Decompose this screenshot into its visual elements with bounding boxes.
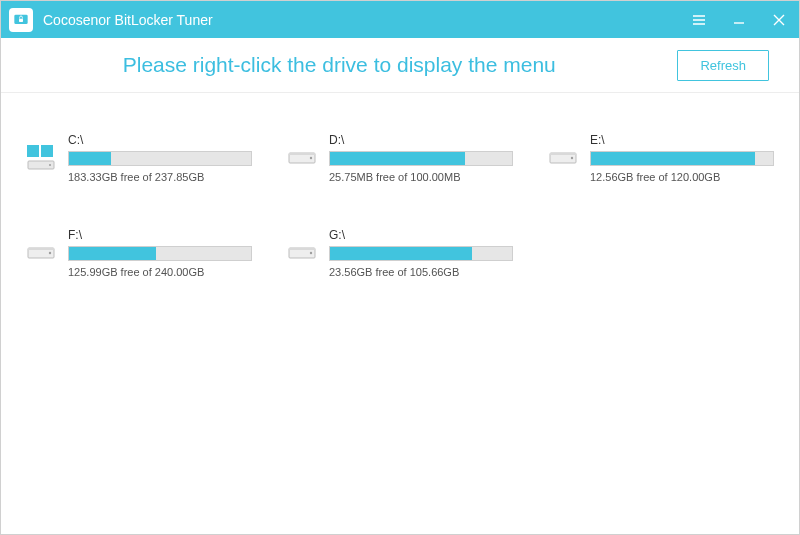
drive-label: C:\ <box>68 133 252 147</box>
svg-point-16 <box>571 157 573 159</box>
hdd-icon <box>26 243 58 263</box>
drive-label: E:\ <box>590 133 774 147</box>
svg-point-19 <box>49 252 51 254</box>
drive-label: G:\ <box>329 228 513 242</box>
usage-bar <box>68 151 252 166</box>
drive-item[interactable]: F:\125.99GB free of 240.00GB <box>26 228 252 278</box>
svg-rect-9 <box>34 151 39 156</box>
drive-item[interactable]: E:\12.56GB free of 120.00GB <box>548 133 774 183</box>
svg-rect-1 <box>19 18 23 21</box>
svg-rect-7 <box>34 145 39 150</box>
usage-bar <box>590 151 774 166</box>
svg-point-10 <box>49 164 51 166</box>
svg-rect-15 <box>550 153 576 155</box>
drive-label: F:\ <box>68 228 252 242</box>
drive-list: C:\183.33GB free of 237.85GBD:\25.75MB f… <box>1 93 799 298</box>
usage-bar <box>329 246 513 261</box>
svg-rect-6 <box>28 145 33 150</box>
usage-bar <box>329 151 513 166</box>
svg-rect-12 <box>289 153 315 155</box>
drive-status: 23.56GB free of 105.66GB <box>329 266 513 278</box>
titlebar: Cocosenor BitLocker Tuner <box>1 1 799 38</box>
subheader: Please right-click the drive to display … <box>1 38 799 93</box>
drive-status: 125.99GB free of 240.00GB <box>68 266 252 278</box>
close-button[interactable] <box>759 1 799 38</box>
app-logo-icon <box>9 8 33 32</box>
hdd-icon <box>287 243 319 263</box>
drive-item[interactable]: G:\23.56GB free of 105.66GB <box>287 228 513 278</box>
app-title: Cocosenor BitLocker Tuner <box>43 12 213 28</box>
instruction-text: Please right-click the drive to display … <box>1 53 677 77</box>
drive-label: D:\ <box>329 133 513 147</box>
refresh-button[interactable]: Refresh <box>677 50 769 81</box>
drive-status: 25.75MB free of 100.00MB <box>329 171 513 183</box>
svg-rect-3 <box>41 145 53 157</box>
drive-item[interactable]: D:\25.75MB free of 100.00MB <box>287 133 513 183</box>
usage-bar <box>68 246 252 261</box>
svg-rect-8 <box>28 151 33 156</box>
svg-rect-18 <box>28 248 54 250</box>
svg-rect-21 <box>289 248 315 250</box>
menu-button[interactable] <box>679 1 719 38</box>
drive-item[interactable]: C:\183.33GB free of 237.85GB <box>26 133 252 183</box>
svg-point-22 <box>310 252 312 254</box>
drive-status: 12.56GB free of 120.00GB <box>590 171 774 183</box>
os-drive-icon <box>26 143 58 173</box>
svg-point-13 <box>310 157 312 159</box>
minimize-button[interactable] <box>719 1 759 38</box>
drive-status: 183.33GB free of 237.85GB <box>68 171 252 183</box>
hdd-icon <box>548 148 580 168</box>
hdd-icon <box>287 148 319 168</box>
